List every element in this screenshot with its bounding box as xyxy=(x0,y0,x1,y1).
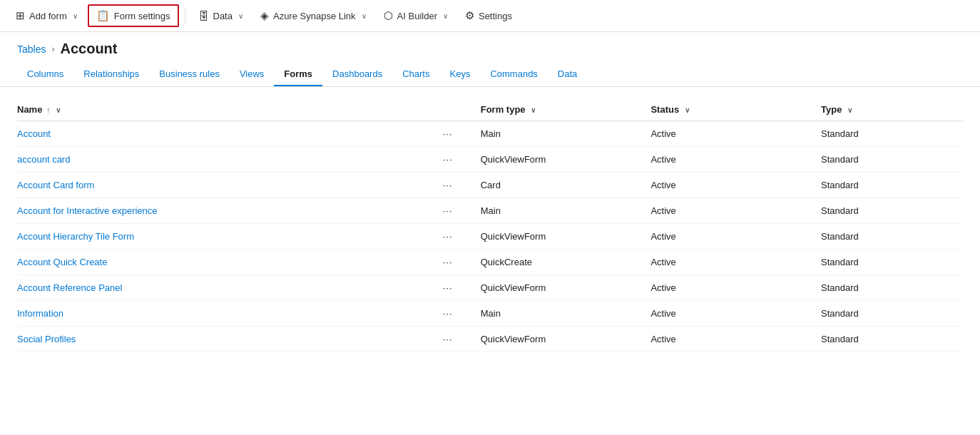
cell-name[interactable]: Information xyxy=(17,301,443,327)
cell-form-type: QuickViewForm xyxy=(481,147,651,173)
azure-synapse-chevron: ∨ xyxy=(362,12,367,20)
cell-form-type: Main xyxy=(481,121,651,147)
forms-table: Name ↑ ∨ Form type ∨ Status ∨ Type ∨ xyxy=(17,98,963,352)
cell-status: Active xyxy=(650,301,821,327)
table-row: Account Card form···CardActiveStandard xyxy=(17,173,963,198)
table-header-row: Name ↑ ∨ Form type ∨ Status ∨ Type ∨ xyxy=(17,98,963,121)
cell-more-options[interactable]: ··· xyxy=(443,301,481,327)
toolbar-btn-add-form[interactable]: ⊞Add form∨ xyxy=(9,6,85,26)
add-form-icon: ⊞ xyxy=(16,9,25,22)
tab-relationships[interactable]: Relationships xyxy=(73,63,149,86)
cell-name[interactable]: Account Quick Create xyxy=(17,250,443,275)
cell-name[interactable]: Account xyxy=(17,121,443,147)
table-row: Social Profiles···QuickViewFormActiveSta… xyxy=(17,327,963,352)
cell-status: Active xyxy=(650,275,821,301)
cell-status: Active xyxy=(650,147,821,173)
cell-more-options[interactable]: ··· xyxy=(443,173,481,198)
ai-builder-icon: ⬡ xyxy=(384,9,393,22)
cell-name[interactable]: account card xyxy=(17,147,443,173)
add-form-label: Add form xyxy=(29,11,67,21)
data-icon: 🗄 xyxy=(198,10,209,22)
azure-synapse-label: Azure Synapse Link xyxy=(273,11,356,21)
breadcrumb-separator: › xyxy=(51,44,54,54)
breadcrumb-parent[interactable]: Tables xyxy=(17,44,46,55)
cell-name[interactable]: Account Hierarchy Tile Form xyxy=(17,224,443,250)
tab-business-rules[interactable]: Business rules xyxy=(149,63,230,86)
toolbar-btn-ai-builder[interactable]: ⬡AI Builder∨ xyxy=(377,6,455,26)
cell-type: Standard xyxy=(821,198,963,224)
toolbar-btn-data[interactable]: 🗄Data∨ xyxy=(191,6,250,26)
form-settings-label: Form settings xyxy=(114,11,170,21)
cell-form-type: Main xyxy=(481,198,651,224)
cell-type: Standard xyxy=(821,121,963,147)
tab-keys[interactable]: Keys xyxy=(439,63,480,86)
main-content: Name ↑ ∨ Form type ∨ Status ∨ Type ∨ xyxy=(0,87,980,364)
cell-form-type: QuickViewForm xyxy=(481,275,651,301)
cell-form-type: Card xyxy=(481,173,651,198)
name-sort-up-icon[interactable]: ↑ xyxy=(46,106,51,114)
ai-builder-chevron: ∨ xyxy=(443,12,448,20)
cell-more-options[interactable]: ··· xyxy=(443,250,481,275)
cell-form-type: Main xyxy=(481,301,651,327)
cell-more-options[interactable]: ··· xyxy=(443,147,481,173)
toolbar-divider xyxy=(185,7,185,24)
azure-synapse-icon: ◈ xyxy=(260,9,269,22)
tab-data[interactable]: Data xyxy=(548,63,587,86)
tab-charts[interactable]: Charts xyxy=(392,63,439,86)
tab-columns[interactable]: Columns xyxy=(17,63,73,86)
tab-views[interactable]: Views xyxy=(230,63,274,86)
type-sort-chevron[interactable]: ∨ xyxy=(847,106,852,114)
cell-more-options[interactable]: ··· xyxy=(443,275,481,301)
cell-type: Standard xyxy=(821,173,963,198)
table-row: Account···MainActiveStandard xyxy=(17,121,963,147)
cell-more-options[interactable]: ··· xyxy=(443,198,481,224)
settings-icon: ⚙ xyxy=(465,9,474,22)
toolbar: ⊞Add form∨📋Form settings🗄Data∨◈Azure Syn… xyxy=(0,0,980,32)
status-sort-chevron[interactable]: ∨ xyxy=(685,106,690,114)
cell-more-options[interactable]: ··· xyxy=(443,224,481,250)
tabs-bar: ColumnsRelationshipsBusiness rulesViewsF… xyxy=(0,63,980,87)
col-header-formtype: Form type ∨ xyxy=(481,98,651,121)
toolbar-btn-azure-synapse[interactable]: ◈Azure Synapse Link∨ xyxy=(253,6,374,26)
breadcrumb: Tables › Account xyxy=(0,32,980,63)
table-row: Account Hierarchy Tile Form···QuickViewF… xyxy=(17,224,963,250)
toolbar-btn-settings[interactable]: ⚙Settings xyxy=(458,6,519,26)
formtype-sort-chevron[interactable]: ∨ xyxy=(531,106,536,114)
cell-type: Standard xyxy=(821,275,963,301)
cell-name[interactable]: Social Profiles xyxy=(17,327,443,352)
cell-form-type: QuickCreate xyxy=(481,250,651,275)
cell-name[interactable]: Account Reference Panel xyxy=(17,275,443,301)
cell-name[interactable]: Account Card form xyxy=(17,173,443,198)
ai-builder-label: AI Builder xyxy=(397,11,437,21)
cell-more-options[interactable]: ··· xyxy=(443,121,481,147)
col-header-dots xyxy=(443,98,481,121)
tab-dashboards[interactable]: Dashboards xyxy=(322,63,392,86)
cell-type: Standard xyxy=(821,327,963,352)
cell-more-options[interactable]: ··· xyxy=(443,327,481,352)
table-row: Information···MainActiveStandard xyxy=(17,301,963,327)
cell-form-type: QuickViewForm xyxy=(481,327,651,352)
toolbar-btn-form-settings[interactable]: 📋Form settings xyxy=(88,4,179,27)
add-form-chevron: ∨ xyxy=(73,12,78,20)
form-settings-icon: 📋 xyxy=(96,9,110,22)
name-sort-chevron[interactable]: ∨ xyxy=(56,106,61,114)
cell-type: Standard xyxy=(821,224,963,250)
breadcrumb-current: Account xyxy=(60,41,117,57)
col-header-name: Name ↑ ∨ xyxy=(17,98,443,121)
data-chevron: ∨ xyxy=(238,12,243,20)
tab-forms[interactable]: Forms xyxy=(274,63,322,86)
table-body: Account···MainActiveStandardaccount card… xyxy=(17,121,963,352)
cell-status: Active xyxy=(650,198,821,224)
table-row: Account Reference Panel···QuickViewFormA… xyxy=(17,275,963,301)
cell-status: Active xyxy=(650,173,821,198)
col-header-type: Type ∨ xyxy=(821,98,963,121)
cell-status: Active xyxy=(650,250,821,275)
tab-commands[interactable]: Commands xyxy=(480,63,547,86)
settings-label: Settings xyxy=(479,11,512,21)
cell-type: Standard xyxy=(821,250,963,275)
cell-name[interactable]: Account for Interactive experience xyxy=(17,198,443,224)
cell-type: Standard xyxy=(821,301,963,327)
table-row: Account Quick Create···QuickCreateActive… xyxy=(17,250,963,275)
cell-status: Active xyxy=(650,327,821,352)
table-row: account card···QuickViewFormActiveStanda… xyxy=(17,147,963,173)
